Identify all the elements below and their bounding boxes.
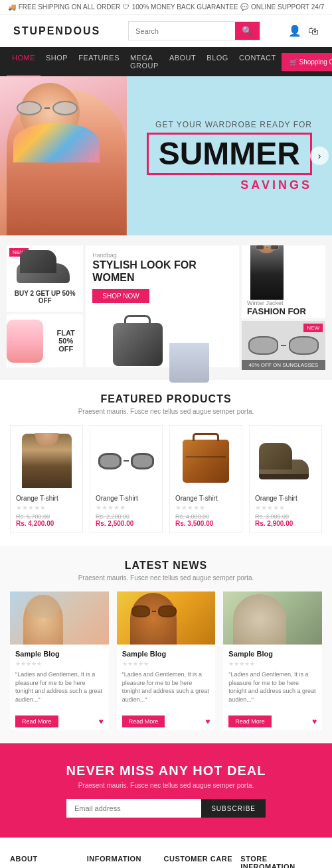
heart-icon-1[interactable]: ♥ bbox=[99, 717, 104, 726]
nav-item-features[interactable]: FEATURES bbox=[73, 47, 125, 76]
support-icon: 💬 bbox=[240, 3, 248, 11]
promo-men-label: Winter Jacket bbox=[247, 300, 320, 306]
promo-woman-text: FLAT 50% OFF bbox=[48, 326, 83, 356]
nav-item-contact[interactable]: CONTACT bbox=[234, 47, 282, 76]
top-bar: 🚚 FREE SHIPPING ON ALL ORDER 🛡 100% MONE… bbox=[0, 0, 332, 15]
shield-icon: 🛡 bbox=[123, 3, 129, 11]
newsletter-section: NEVER MISS ANY HOT DEAL Praesent mauris.… bbox=[0, 743, 332, 837]
news-title: LATEST NEWS bbox=[10, 560, 322, 572]
footer-grid: ABOUT Vestibulum sagittis, nisl nec pell… bbox=[10, 855, 322, 868]
top-bar-shipping: 🚚 FREE SHIPPING ON ALL ORDER bbox=[8, 3, 121, 11]
read-more-button-3[interactable]: Read More bbox=[228, 715, 272, 727]
news-text-2: "Ladies and Gentlemen, It is a pleasure … bbox=[122, 670, 210, 704]
news-content-1: Sample Blog ★★★★★ "Ladies and Gentlemen,… bbox=[10, 645, 109, 713]
product-card-3: Orange T-shirt ★★★★★ Rs. 4,000.00 Rs. 3,… bbox=[169, 425, 242, 533]
product-old-price-2: Rs. 2,200.00 bbox=[96, 513, 157, 520]
product-new-price-2: Rs. 2,500.00 bbox=[96, 520, 157, 527]
featured-products-section: FEATURED PRODUCTS Praesent mauris. Fusce… bbox=[0, 380, 332, 546]
news-stars-3: ★★★★★ bbox=[228, 660, 317, 667]
shop-now-button[interactable]: SHOP NOW bbox=[92, 289, 149, 303]
news-text-1: "Ladies and Gentlemen, It is a pleasure … bbox=[15, 670, 104, 704]
product-stars-2: ★★★★★ bbox=[96, 504, 157, 511]
news-image-1 bbox=[10, 591, 109, 645]
product-name-4: Orange T-shirt bbox=[255, 495, 316, 502]
footer: ABOUT Vestibulum sagittis, nisl nec pell… bbox=[0, 837, 332, 868]
footer-care-col: CUSTOMER CARE Returns Shipping Info Gift… bbox=[164, 855, 234, 868]
promo-woman-cell: FLAT 50% OFF bbox=[7, 314, 83, 367]
product-card-1: Orange T-shirt ★★★★★ Rs. 5,700.00 Rs. 4,… bbox=[10, 425, 83, 533]
featured-subtitle: Praesent mauris. Fusce nec tellus sed au… bbox=[10, 408, 322, 415]
user-icon[interactable]: 👤 bbox=[288, 25, 301, 37]
cart-icon[interactable]: 🛍 bbox=[308, 25, 319, 37]
promo-shoes-cell: NEW BUY 2 GET UP 50% OFF bbox=[7, 245, 83, 312]
news-image-2 bbox=[117, 591, 216, 645]
hero-next-arrow[interactable]: › bbox=[310, 147, 329, 165]
promo-center-col: Handbag STYLISH LOOK FOR WOMEN SHOP NOW bbox=[86, 245, 239, 367]
nav-item-blog[interactable]: BLOG bbox=[201, 47, 234, 76]
news-grid: Sample Blog ★★★★★ "Ladies and Gentlemen,… bbox=[10, 591, 322, 730]
header-icons: 👤 🛍 bbox=[288, 25, 319, 37]
product-name-1: Orange T-shirt bbox=[16, 495, 77, 502]
hero-subtitle: GET YOUR WARDROBE READY FOR bbox=[147, 120, 312, 129]
new-badge-2: NEW bbox=[303, 324, 323, 332]
product-card-4: Orange T-shirt ★★★★★ Rs. 3,000.00 Rs. 2,… bbox=[249, 425, 322, 533]
read-more-button-2[interactable]: Read More bbox=[122, 715, 165, 727]
promo-sunglasses-cell: NEW 40% OFF ON SUNGLASSES bbox=[242, 321, 325, 370]
product-new-price-3: Rs. 3,500.00 bbox=[175, 520, 236, 527]
news-footer-2: Read More ♥ bbox=[117, 713, 216, 730]
nav-item-about[interactable]: ABOUT bbox=[164, 47, 201, 76]
news-stars-1: ★★★★★ bbox=[15, 660, 104, 667]
truck-icon: 🚚 bbox=[8, 3, 16, 11]
heart-icon-3[interactable]: ♥ bbox=[312, 717, 317, 726]
nav-item-shop[interactable]: SHOP bbox=[41, 47, 73, 76]
product-old-price-3: Rs. 4,000.00 bbox=[175, 513, 236, 520]
news-stars-2: ★★★★★ bbox=[122, 660, 210, 667]
news-subtitle: Praesent mauris. Fusce nec tellus sed au… bbox=[10, 574, 322, 582]
nav-item-home[interactable]: HOME bbox=[7, 47, 41, 76]
promo-left-col: NEW BUY 2 GET UP 50% OFF FLAT 50% OFF bbox=[7, 245, 83, 370]
hero-text: GET YOUR WARDROBE READY FOR SUMMER SAVIN… bbox=[127, 107, 332, 206]
promo-shoes-text: BUY 2 GET UP 50% OFF bbox=[7, 286, 83, 308]
product-old-price-1: Rs. 5,700.00 bbox=[16, 513, 77, 520]
news-footer-3: Read More ♥ bbox=[223, 713, 322, 730]
product-stars-1: ★★★★★ bbox=[16, 504, 77, 511]
promo-right-col: Winter Jacket FASHION FOR MEN NEW 40% OF… bbox=[242, 245, 325, 370]
news-title-2: Sample Blog bbox=[122, 650, 210, 658]
promo-grid: NEW BUY 2 GET UP 50% OFF FLAT 50% OFF Ha… bbox=[0, 235, 332, 380]
footer-store-col: STORE INFROMATION 📍 address: Lorem ipsum… bbox=[240, 855, 322, 868]
cart-button[interactable]: 🛒 Shopping Cart (0) bbox=[282, 53, 332, 71]
news-card-2: Sample Blog ★★★★★ "Ladies and Gentlemen,… bbox=[117, 591, 216, 730]
promo-men-title: FASHION FOR MEN bbox=[247, 306, 320, 318]
news-content-2: Sample Blog ★★★★★ "Ladies and Gentlemen,… bbox=[117, 645, 216, 713]
search-form: 🔍 bbox=[128, 21, 260, 40]
news-content-3: Sample Blog ★★★★★ "Ladies and Gentlemen,… bbox=[223, 645, 322, 713]
subscribe-button[interactable]: SUBSCRIBE bbox=[201, 799, 266, 818]
product-stars-3: ★★★★★ bbox=[175, 504, 236, 511]
read-more-button-1[interactable]: Read More bbox=[15, 715, 58, 727]
product-name-2: Orange T-shirt bbox=[96, 495, 157, 502]
heart-icon-2[interactable]: ♥ bbox=[205, 717, 210, 726]
search-input[interactable] bbox=[129, 22, 235, 40]
nav-item-mega-group[interactable]: MEGA GROUP bbox=[125, 47, 164, 76]
promo-men-cell: Winter Jacket FASHION FOR MEN bbox=[242, 245, 325, 318]
products-grid: Orange T-shirt ★★★★★ Rs. 5,700.00 Rs. 4,… bbox=[10, 425, 322, 533]
featured-title: FEATURED PRODUCTS bbox=[10, 393, 322, 405]
product-new-price-4: Rs. 2,900.00 bbox=[255, 520, 316, 527]
product-old-price-4: Rs. 3,000.00 bbox=[255, 513, 316, 520]
newsletter-email-input[interactable] bbox=[66, 799, 201, 818]
newsletter-subtitle: Praesent mauris. Fusce nec tellus sed au… bbox=[13, 782, 319, 789]
logo: STUPENDOUS bbox=[13, 25, 100, 37]
news-card-1: Sample Blog ★★★★★ "Ladies and Gentlemen,… bbox=[10, 591, 109, 730]
product-new-price-1: Rs. 4,200.00 bbox=[16, 520, 77, 527]
hero-savings: SAVINGS bbox=[147, 178, 312, 192]
newsletter-title: NEVER MISS ANY HOT DEAL bbox=[13, 763, 319, 778]
search-icon: 🔍 bbox=[242, 26, 253, 36]
news-title-1: Sample Blog bbox=[15, 650, 104, 658]
product-image-4 bbox=[255, 431, 316, 491]
news-text-3: "Ladies and Gentlemen, It is a pleasure … bbox=[228, 670, 317, 704]
header: STUPENDOUS 🔍 👤 🛍 bbox=[0, 15, 332, 47]
search-button[interactable]: 🔍 bbox=[235, 22, 260, 40]
top-bar-guarantee: 🛡 100% MONEY BACK GUARANTEE bbox=[123, 3, 238, 11]
news-title-3: Sample Blog bbox=[228, 650, 317, 658]
product-card-2: Orange T-shirt ★★★★★ Rs. 2,200.00 Rs. 2,… bbox=[90, 425, 163, 533]
